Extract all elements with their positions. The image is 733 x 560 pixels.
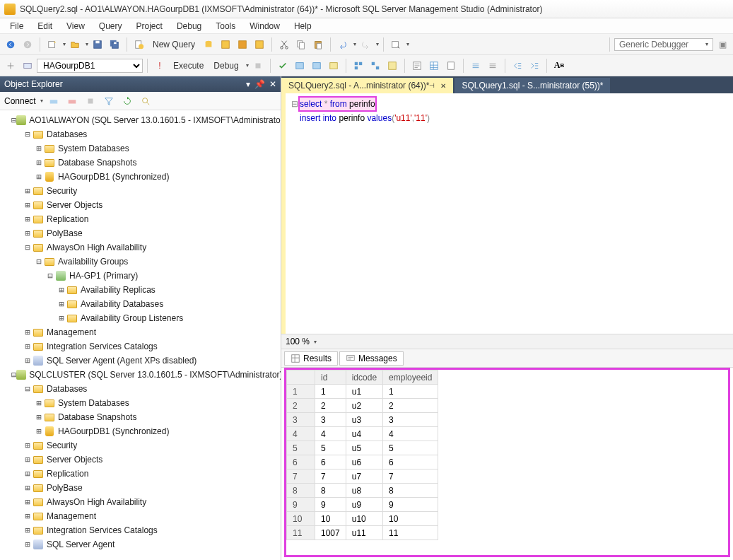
- filter-icon[interactable]: [101, 93, 117, 109]
- close-pane-icon[interactable]: ✕: [269, 79, 276, 89]
- cut-icon[interactable]: [276, 37, 292, 52]
- expand-toggle[interactable]: ⊟: [23, 129, 33, 139]
- auto-hide-icon[interactable]: 📌: [254, 79, 265, 89]
- execute-icon[interactable]: !: [152, 58, 168, 74]
- results-text-icon[interactable]: [409, 58, 425, 74]
- tree-item[interactable]: ⊞PolyBase: [0, 481, 281, 495]
- xmla-query-icon[interactable]: [252, 37, 267, 52]
- document-tab[interactable]: SQLQuery1.sql - S...ministrator (55))*: [455, 78, 610, 93]
- expand-toggle[interactable]: ⊞: [23, 186, 33, 196]
- tree-item[interactable]: ⊞HAGourpDB1 (Synchronized): [0, 424, 281, 438]
- column-header[interactable]: employeeid: [383, 371, 438, 385]
- copy-icon[interactable]: [293, 37, 309, 52]
- tree-item[interactable]: ⊞Availability Replicas: [0, 283, 281, 297]
- estimated-plan-icon[interactable]: [292, 58, 307, 74]
- expand-toggle[interactable]: ⊞: [34, 158, 44, 168]
- table-row[interactable]: 22u22: [287, 399, 438, 413]
- expand-toggle[interactable]: ⊟: [11, 115, 16, 125]
- zoom-level[interactable]: 100 %: [286, 337, 310, 346]
- redo-icon[interactable]: [358, 37, 373, 52]
- table-row[interactable]: 77u77: [287, 469, 438, 484]
- messages-tab[interactable]: Messages: [339, 351, 404, 366]
- tree-item[interactable]: ⊟Databases: [0, 382, 281, 396]
- pin-icon[interactable]: ▾: [246, 79, 250, 89]
- table-row[interactable]: 1010u1010: [287, 512, 438, 526]
- menu-edit[interactable]: Edit: [30, 20, 59, 33]
- search-icon[interactable]: [138, 93, 153, 109]
- object-explorer-tree[interactable]: ⊟AO1\ALWAYON (SQL Server 13.0.1601.5 - I…: [0, 110, 281, 560]
- comment-icon[interactable]: [468, 58, 483, 74]
- expand-toggle[interactable]: ⊞: [34, 412, 44, 422]
- mdx-query-icon[interactable]: [218, 37, 233, 52]
- db-engine-query-icon[interactable]: [201, 37, 216, 52]
- close-tab-icon[interactable]: ✕: [440, 82, 446, 90]
- new-query-icon[interactable]: [131, 37, 147, 52]
- results-file-icon[interactable]: [443, 58, 459, 74]
- expand-toggle[interactable]: ⊞: [23, 441, 33, 450]
- expand-toggle[interactable]: ⊞: [23, 342, 33, 351]
- results-tab[interactable]: Results: [284, 351, 338, 366]
- table-row[interactable]: 44u44: [287, 427, 438, 441]
- tree-item[interactable]: ⊞PolyBase: [0, 226, 281, 240]
- expand-toggle[interactable]: ⊞: [23, 455, 33, 465]
- menu-debug[interactable]: Debug: [170, 20, 209, 33]
- tree-item[interactable]: ⊞Server Objects: [0, 198, 281, 212]
- new-query-button[interactable]: New Query: [148, 38, 199, 51]
- menu-query[interactable]: Query: [92, 20, 129, 33]
- tree-item[interactable]: ⊞Security: [0, 438, 281, 453]
- menu-window[interactable]: Window: [242, 20, 287, 33]
- tree-item[interactable]: ⊞AlwaysOn High Availability: [0, 495, 281, 509]
- expand-toggle[interactable]: ⊞: [57, 299, 66, 309]
- tree-item[interactable]: ⊞System Databases: [0, 141, 281, 156]
- tree-item[interactable]: ⊞Integration Services Catalogs: [0, 339, 281, 354]
- expand-toggle[interactable]: ⊟: [34, 257, 44, 267]
- decrease-indent-icon[interactable]: [510, 58, 525, 74]
- results-grid[interactable]: ididcodeemployeeid11u1122u2233u3344u4455…: [284, 368, 730, 557]
- table-row[interactable]: 66u66: [287, 455, 438, 469]
- connect-button[interactable]: Connect: [4, 96, 36, 106]
- paste-icon[interactable]: [310, 37, 326, 52]
- menu-tools[interactable]: Tools: [209, 20, 242, 33]
- expand-toggle[interactable]: ⊞: [34, 144, 44, 153]
- menu-project[interactable]: Project: [129, 20, 170, 33]
- specify-template-icon[interactable]: AB: [551, 58, 567, 74]
- undo-icon[interactable]: [335, 37, 351, 52]
- expand-toggle[interactable]: ⊞: [57, 313, 66, 323]
- parse-icon[interactable]: [275, 58, 291, 74]
- tree-item[interactable]: ⊟HA-GP1 (Primary): [0, 269, 281, 283]
- tree-item[interactable]: ⊞Availability Group Listeners: [0, 311, 281, 325]
- expand-toggle[interactable]: ⊞: [23, 469, 33, 479]
- expand-toggle[interactable]: ⊞: [57, 285, 66, 295]
- tree-item[interactable]: ⊞Server Objects: [0, 453, 281, 467]
- tree-item[interactable]: ⊟AlwaysOn High Availability: [0, 240, 281, 255]
- tree-item[interactable]: ⊞Replication: [0, 212, 281, 226]
- expand-toggle[interactable]: ⊞: [34, 172, 44, 182]
- expand-toggle[interactable]: ⊟: [23, 243, 33, 252]
- dmx-query-icon[interactable]: [235, 37, 250, 52]
- tree-item[interactable]: ⊟SQLCLUSTER (SQL Server 13.0.1601.5 - IX…: [0, 368, 281, 382]
- document-tab[interactable]: SQLQuery2.sql - A...ministrator (64))* ⊣…: [281, 78, 453, 93]
- expand-toggle[interactable]: ⊞: [23, 356, 33, 366]
- live-stats-icon[interactable]: [368, 58, 383, 74]
- disconnect-icon[interactable]: [64, 93, 80, 109]
- save-all-icon[interactable]: [107, 37, 122, 52]
- stop-icon[interactable]: [250, 58, 266, 74]
- table-row[interactable]: 11u11: [287, 385, 438, 399]
- column-header[interactable]: [287, 371, 315, 385]
- debugger-settings-icon[interactable]: ▣: [715, 37, 730, 52]
- expand-toggle[interactable]: ⊞: [23, 228, 33, 238]
- tree-item[interactable]: ⊞Availability Databases: [0, 297, 281, 311]
- expand-toggle[interactable]: ⊞: [23, 200, 33, 210]
- tree-item[interactable]: ⊞System Databases: [0, 396, 281, 410]
- tree-item[interactable]: ⊞Replication: [0, 467, 281, 481]
- column-header[interactable]: idcode: [346, 371, 382, 385]
- table-row[interactable]: 88u88: [287, 484, 438, 498]
- expand-toggle[interactable]: ⊟: [11, 370, 16, 380]
- refresh-icon[interactable]: [119, 93, 135, 109]
- table-row[interactable]: 111007u1111: [287, 526, 438, 540]
- find-icon[interactable]: [388, 37, 404, 52]
- tree-item[interactable]: ⊞SQL Server Agent: [0, 537, 281, 552]
- expand-toggle[interactable]: ⊞: [23, 497, 33, 507]
- expand-toggle[interactable]: ⊞: [23, 214, 33, 224]
- menu-file[interactable]: File: [3, 20, 30, 33]
